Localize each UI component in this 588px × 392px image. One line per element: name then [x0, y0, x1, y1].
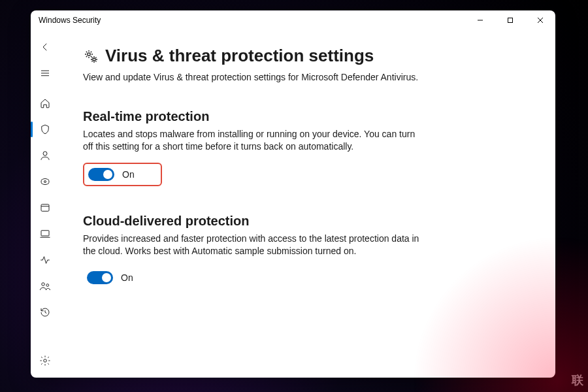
cloud-protection-toggle-row: On: [83, 267, 140, 288]
sidebar-item-account-protection[interactable]: [31, 142, 59, 169]
cloud-protection-state: On: [121, 272, 133, 283]
sidebar-item-family-options[interactable]: [31, 273, 59, 299]
sidebar: [31, 30, 59, 378]
settings-gear-icon: [83, 48, 99, 64]
realtime-protection-toggle[interactable]: [88, 168, 114, 181]
realtime-protection-state: On: [122, 169, 135, 180]
page-header: Virus & threat protection settings: [83, 46, 525, 66]
sidebar-item-settings[interactable]: [31, 348, 59, 374]
sidebar-item-home[interactable]: [31, 90, 59, 116]
window-controls: [465, 10, 555, 30]
sidebar-item-app-browser-control[interactable]: [31, 195, 59, 221]
sidebar-item-device-security[interactable]: [31, 221, 59, 247]
window-body: Virus & threat protection settings View …: [31, 30, 555, 378]
watermark-text: 联: [572, 372, 584, 388]
cloud-protection-title: Cloud-delivered protection: [83, 214, 423, 229]
cloud-protection-description: Provides increased and faster protection…: [83, 233, 423, 258]
cloud-protection-section: Cloud-delivered protection Provides incr…: [83, 214, 423, 288]
svg-point-14: [46, 284, 49, 287]
svg-point-8: [44, 181, 46, 183]
sidebar-item-virus-protection[interactable]: [31, 116, 59, 142]
sidebar-item-device-performance[interactable]: [31, 247, 59, 273]
sidebar-item-protection-history[interactable]: [31, 299, 59, 325]
page-description: View and update Virus & threat protectio…: [83, 71, 423, 84]
svg-point-15: [44, 359, 47, 363]
maximize-button[interactable]: [495, 10, 525, 30]
svg-point-17: [93, 58, 95, 61]
content-area: Virus & threat protection settings View …: [59, 30, 555, 378]
back-button[interactable]: [31, 34, 59, 60]
svg-point-16: [88, 52, 90, 55]
svg-point-13: [42, 283, 45, 286]
nav-menu-button[interactable]: [31, 60, 59, 86]
titlebar: Windows Security: [31, 10, 555, 30]
svg-point-7: [43, 152, 47, 155]
page-title: Virus & threat protection settings: [105, 46, 374, 66]
cloud-protection-toggle[interactable]: [87, 271, 113, 284]
app-window: Windows Security: [31, 10, 555, 378]
realtime-protection-title: Real-time protection: [83, 109, 423, 124]
realtime-protection-section: Real-time protection Locates and stops m…: [83, 109, 423, 186]
window-title: Windows Security: [39, 16, 101, 25]
svg-rect-9: [41, 204, 49, 212]
close-button[interactable]: [525, 10, 555, 30]
minimize-button[interactable]: [465, 10, 495, 30]
svg-rect-1: [508, 18, 513, 23]
svg-rect-11: [41, 231, 49, 236]
realtime-protection-toggle-row: On: [83, 163, 162, 186]
sidebar-item-firewall[interactable]: [31, 169, 59, 195]
realtime-protection-description: Locates and stops malware from installin…: [83, 128, 423, 154]
